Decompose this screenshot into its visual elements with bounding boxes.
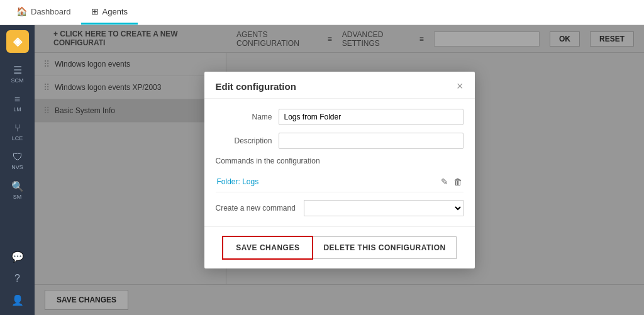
sm-icon: 🔍 <box>11 180 24 192</box>
create-command-row: Create a new command <box>216 200 464 216</box>
sidebar-item-sm-label: SM <box>13 194 22 200</box>
chat-icon: 💬 <box>11 251 24 263</box>
description-row: Description <box>216 133 464 149</box>
agents-tab-label: Agents <box>103 7 128 16</box>
sidebar-item-nvs[interactable]: 🛡 NVS <box>0 148 35 174</box>
sidebar-logo: ◈ <box>6 30 29 53</box>
sidebar-item-sm[interactable]: 🔍 SM <box>0 177 35 204</box>
description-input[interactable] <box>279 133 464 149</box>
modal-title: Edit configuration <box>216 81 296 92</box>
sidebar-bottom: 💬 ? 👤 <box>0 247 35 315</box>
commands-section-label: Commands in the configuration <box>216 157 464 165</box>
sidebar-item-lce[interactable]: ⑂ LCE <box>0 119 35 145</box>
agents-icon: ⊞ <box>91 6 99 16</box>
sidebar-item-chat[interactable]: 💬 <box>0 247 35 267</box>
top-nav: 🏠 Dashboard ⊞ Agents <box>0 0 644 25</box>
command-actions: ✎ 🗑 <box>441 177 462 187</box>
command-name-label: Folder: Logs <box>217 177 259 186</box>
modal-body: Name Description Commands in the configu… <box>204 99 475 226</box>
delete-config-button[interactable]: DELETE THIS CONFIGURATION <box>313 236 456 259</box>
user-icon: 👤 <box>11 294 24 306</box>
help-icon: ? <box>14 273 20 284</box>
name-label: Name <box>216 113 272 121</box>
edit-command-button[interactable]: ✎ <box>441 177 448 187</box>
modal-close-button[interactable]: × <box>457 80 464 92</box>
sidebar-item-nvs-label: NVS <box>11 164 23 170</box>
content-area: + CLICK HERE TO CREATE A NEW CONFIGURATI… <box>35 25 644 315</box>
delete-command-button[interactable]: 🗑 <box>453 177 462 187</box>
nvs-icon: 🛡 <box>13 152 23 163</box>
tab-dashboard[interactable]: 🏠 Dashboard <box>6 0 81 25</box>
sidebar-item-scm-label: SCM <box>11 77 24 84</box>
scm-icon: ☰ <box>13 64 22 76</box>
lm-icon: ≡ <box>14 94 20 105</box>
description-label: Description <box>216 136 272 145</box>
modal-overlay: Edit configuration × Name Description Co… <box>35 25 644 315</box>
sidebar-item-lm[interactable]: ≡ LM <box>0 90 35 116</box>
create-command-select[interactable] <box>304 200 464 216</box>
edit-config-modal: Edit configuration × Name Description Co… <box>204 72 475 268</box>
modal-header: Edit configuration × <box>204 72 475 99</box>
name-input[interactable] <box>279 109 464 125</box>
tab-agents[interactable]: ⊞ Agents <box>81 0 138 25</box>
sidebar-item-scm[interactable]: ☰ SCM <box>0 60 35 87</box>
sidebar-item-lce-label: LCE <box>12 135 23 141</box>
dashboard-tab-label: Dashboard <box>31 7 71 16</box>
main-layout: ◈ ☰ SCM ≡ LM ⑂ LCE 🛡 NVS 🔍 SM 💬 ? <box>0 25 644 315</box>
dashboard-icon: 🏠 <box>16 6 27 16</box>
sidebar-item-help[interactable]: ? <box>0 269 35 288</box>
save-changes-button[interactable]: SAVE CHANGES <box>222 236 313 260</box>
command-row: Folder: Logs ✎ 🗑 <box>216 172 464 192</box>
create-command-label: Create a new command <box>216 204 297 213</box>
modal-footer: SAVE CHANGES DELETE THIS CONFIGURATION <box>204 226 475 268</box>
sidebar-item-lm-label: LM <box>13 106 21 113</box>
lce-icon: ⑂ <box>14 123 21 134</box>
sidebar-item-user[interactable]: 👤 <box>0 290 35 310</box>
name-row: Name <box>216 109 464 125</box>
sidebar: ◈ ☰ SCM ≡ LM ⑂ LCE 🛡 NVS 🔍 SM 💬 ? <box>0 25 35 315</box>
